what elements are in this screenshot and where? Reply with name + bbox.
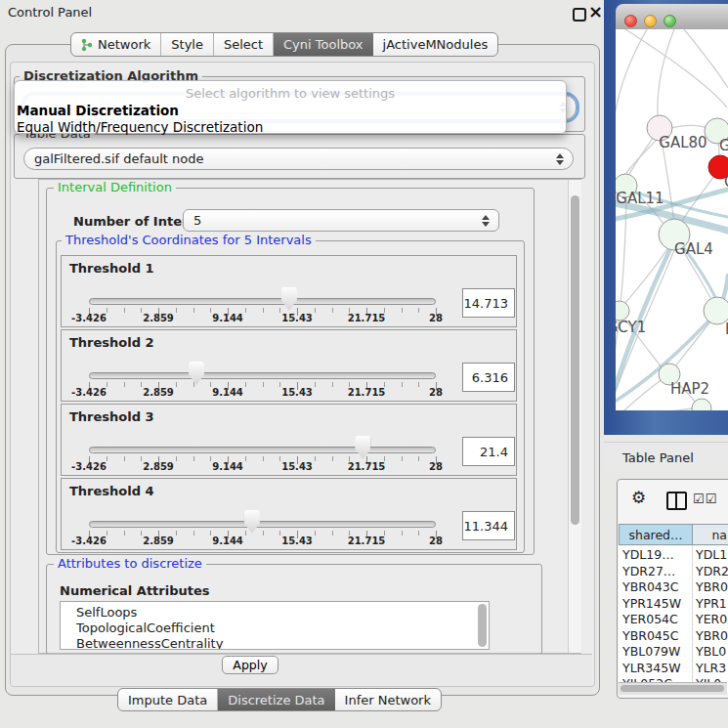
threshold-slider-track[interactable]	[89, 521, 436, 528]
cell-shared-name: YER054C	[622, 611, 678, 627]
tab-network[interactable]: Network	[71, 33, 161, 56]
zoom-traffic-light-icon[interactable]	[664, 15, 676, 27]
cell-name: YDL1	[696, 546, 727, 563]
settings-scrollbar-thumb[interactable]	[571, 195, 579, 525]
network-node[interactable]	[616, 301, 629, 321]
threshold-slider-track[interactable]	[89, 372, 436, 379]
network-edge[interactable]	[684, 29, 728, 88]
threshold-panel-3: Threshold 3-3.4262.8599.14415.4321.71528…	[61, 404, 517, 476]
tab-cyni-toolbox[interactable]: Cyni Toolbox	[274, 33, 373, 56]
minor-tick	[193, 531, 194, 535]
network-node-label: GAL11	[616, 190, 664, 207]
table-row[interactable]: YER054CYER0	[619, 611, 728, 627]
threshold-slider-thumb[interactable]	[189, 362, 204, 385]
show-columns-checkboxes-icon[interactable]: ☑☑	[693, 492, 717, 506]
number-of-intervals-select[interactable]: 5	[183, 209, 499, 232]
dropdown-item-manual-discretization[interactable]: Manual Discretization	[15, 103, 566, 118]
network-node-label: HAP2	[670, 380, 709, 398]
table-row[interactable]: YBR043CYBR0	[619, 578, 728, 595]
table-row[interactable]: YBL079WYBL0	[619, 643, 728, 660]
threshold-panel-1: Threshold 1-3.4262.8599.14415.4321.71528…	[61, 255, 517, 327]
table-column-header-name[interactable]: na	[692, 524, 728, 545]
control-panel-tabs: NetworkStyleSelectCyni ToolboxjActiveMNo…	[70, 32, 498, 57]
network-edge[interactable]	[616, 29, 647, 115]
cell-shared-name: YBR043C	[622, 578, 678, 595]
settings-scrollbar[interactable]	[568, 180, 581, 653]
minor-tick	[263, 456, 264, 461]
threshold-slider-thumb[interactable]	[355, 436, 370, 459]
tab-infer-network[interactable]: Infer Network	[335, 689, 441, 710]
numerical-attributes-list[interactable]: SelfLoopsTopologicalCoefficientBetweenne…	[60, 601, 490, 650]
tick-label: 15.43	[266, 535, 328, 546]
tab-style[interactable]: Style	[161, 33, 214, 56]
tick-label: 15.43	[266, 461, 328, 472]
table-column-header-shared[interactable]: shared…	[619, 524, 693, 545]
threshold-value-field[interactable]: 21.4	[462, 437, 515, 466]
threshold-panel-2: Threshold 2-3.4262.8599.14415.4321.71528…	[61, 329, 517, 402]
table-row[interactable]: YBR045CYBR0	[619, 627, 728, 644]
minor-tick	[332, 531, 333, 535]
tab-jactivemnodules[interactable]: jActiveMNodules	[373, 33, 498, 56]
network-node-label: GCY1	[616, 319, 646, 336]
attribute-list-item[interactable]: TopologicalCoefficient	[61, 621, 489, 636]
minimize-traffic-light-icon[interactable]	[644, 15, 657, 27]
gear-icon[interactable]: ⚙	[631, 488, 646, 507]
minor-tick	[193, 382, 194, 387]
table-panel-title: Table Panel	[622, 450, 694, 465]
attribute-list-item[interactable]: BetweennessCentrality	[61, 636, 489, 650]
attribute-list-item[interactable]: SelfLoops	[61, 605, 489, 621]
apply-bar	[11, 654, 592, 685]
cell-shared-name: YBL079W	[622, 643, 680, 660]
minor-tick	[124, 531, 125, 535]
float-window-icon[interactable]	[573, 8, 586, 21]
threshold-value-field[interactable]: 11.344	[462, 511, 515, 540]
minor-tick	[332, 382, 333, 387]
tick-label: 9.144	[196, 461, 259, 472]
table-row[interactable]: YPR145WYPR1	[619, 595, 728, 612]
network-edge[interactable]	[625, 247, 668, 303]
table-hscrollbar[interactable]	[619, 682, 727, 695]
close-traffic-light-icon[interactable]	[624, 15, 637, 27]
network-edge[interactable]	[658, 29, 674, 115]
minor-tick	[263, 308, 264, 313]
network-node[interactable]	[692, 399, 711, 410]
threshold-value-field[interactable]: 14.713	[462, 288, 515, 318]
tick-label: 28	[405, 461, 467, 472]
threshold-value-field[interactable]: 6.316	[462, 363, 515, 392]
table-row[interactable]: YDR27…YDR2	[619, 563, 728, 579]
minor-tick	[402, 456, 403, 461]
cell-name: YLR3	[696, 660, 726, 676]
network-edge[interactable]	[670, 125, 707, 128]
threshold-slider-track[interactable]	[89, 298, 436, 305]
minor-tick	[193, 308, 194, 313]
network-edge[interactable]	[675, 321, 710, 366]
table-row[interactable]: YLR345WYLR3	[619, 660, 728, 676]
network-edge[interactable]	[616, 408, 692, 410]
attributes-list-scrollbar[interactable]	[478, 604, 487, 647]
tick-label: 21.715	[335, 313, 398, 323]
tab-label: Cyni Toolbox	[283, 37, 364, 52]
threshold-slider-track[interactable]	[89, 447, 436, 453]
threshold-slider-thumb[interactable]	[281, 287, 297, 311]
tab-select[interactable]: Select	[214, 33, 274, 56]
table-row[interactable]: YDL19…YDL1	[619, 546, 728, 563]
dropdown-item-equal-width-frequency[interactable]: Equal Width/Frequency Discretization	[15, 119, 566, 135]
network-window-titlebar[interactable]	[616, 4, 728, 30]
table-hscrollbar-thumb[interactable]	[621, 685, 724, 692]
cyni-bottom-tabs: Impute DataDiscretize DataInfer Network	[117, 688, 442, 711]
close-icon[interactable]: ×	[588, 1, 603, 21]
apply-button[interactable]: Apply	[222, 656, 278, 674]
combo-arrows-icon	[479, 215, 492, 227]
network-canvas[interactable]: GAL80GACGAL11GAL4GCY1HHAP2	[616, 29, 728, 410]
threshold-slider-thumb[interactable]	[244, 510, 260, 534]
table-data-select[interactable]: galFiltered.sif default node	[23, 148, 574, 170]
dropdown-prompt: Select algorithm to view settings	[15, 86, 566, 101]
tick-label: 15.43	[266, 387, 328, 398]
network-graph: GAL80GACGAL11GAL4GCY1HHAP2	[616, 29, 728, 410]
table-panel-titlebar: Table Panel	[604, 442, 728, 472]
tab-discretize-data[interactable]: Discretize Data	[218, 689, 334, 710]
combo-arrows-icon	[553, 153, 567, 165]
tab-impute-data[interactable]: Impute Data	[118, 689, 218, 710]
split-columns-icon[interactable]	[666, 492, 687, 510]
tick-label: 28	[405, 387, 467, 398]
